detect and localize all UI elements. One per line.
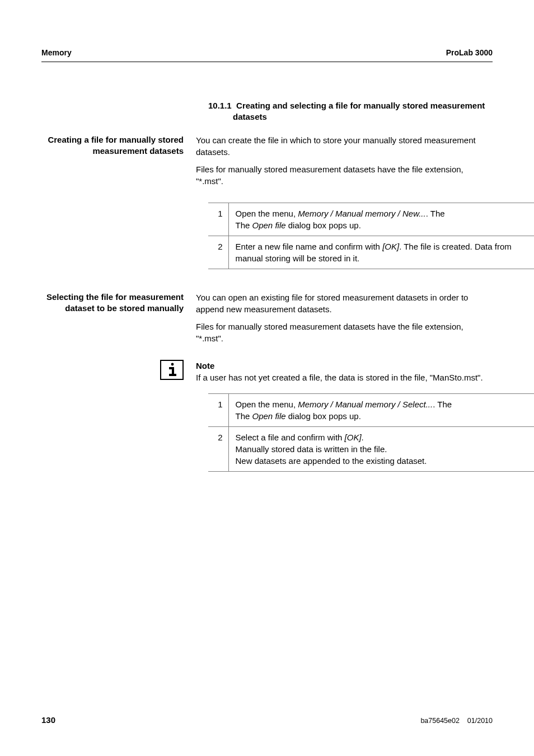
header-left: Memory — [41, 48, 72, 57]
block-selecting-file: Selecting the file for measurement datas… — [41, 292, 493, 350]
step-text: Open the menu, Memory / Manual memory / … — [228, 393, 534, 426]
step-number: 1 — [208, 203, 228, 236]
body-text-creating: You can create the file in which to stor… — [196, 134, 493, 192]
section-number: 10.1.1 — [208, 101, 232, 110]
step-text: Open the menu, Memory / Manual memory / … — [228, 203, 534, 236]
body-text-selecting: You can open an existing file for stored… — [196, 292, 493, 350]
svg-point-0 — [171, 363, 174, 365]
page-header: Memory ProLab 3000 — [41, 48, 493, 62]
table-row: 1 Open the menu, Memory / Manual memory … — [208, 393, 534, 426]
para-selecting-1: You can open an existing file for stored… — [196, 292, 493, 315]
content-area: 10.1.1 Creating and selecting a file for… — [41, 100, 493, 710]
steps-table-selecting: 1 Open the menu, Memory / Manual memory … — [208, 393, 534, 472]
svg-rect-3 — [169, 374, 176, 376]
section-title: Creating and selecting a file for manual… — [233, 101, 485, 121]
para-selecting-2: Files for manually stored measurement da… — [196, 321, 493, 344]
side-label-creating: Creating a file for manually stored meas… — [41, 134, 196, 192]
note-icon-wrap — [41, 360, 196, 383]
section-heading: 10.1.1 Creating and selecting a file for… — [208, 100, 493, 123]
table-row: 2 Select a file and confirm with [OK]. M… — [208, 426, 534, 471]
side-label-selecting: Selecting the file for measurement datas… — [41, 292, 196, 350]
table-row: 2 Enter a new file name and confirm with… — [208, 236, 534, 269]
step-text: Enter a new file name and confirm with [… — [228, 236, 534, 269]
steps-table-creating: 1 Open the menu, Memory / Manual memory … — [208, 203, 534, 269]
page-number: 130 — [41, 715, 55, 725]
step-number: 2 — [208, 426, 228, 471]
step-text: Select a file and confirm with [OK]. Man… — [228, 426, 534, 471]
para-creating-2: Files for manually stored measurement da… — [196, 163, 493, 187]
footer-doc-info: ba75645e02 01/2010 — [420, 717, 493, 725]
block-creating-file: Creating a file for manually stored meas… — [41, 134, 493, 192]
para-creating-1: You can create the file in which to stor… — [196, 134, 493, 158]
step-number: 1 — [208, 393, 228, 426]
note-block: Note If a user has not yet created a fil… — [41, 360, 493, 383]
header-right: ProLab 3000 — [446, 48, 493, 57]
page-footer: 130 ba75645e02 01/2010 — [41, 710, 493, 725]
note-title: Note — [196, 361, 214, 370]
step-number: 2 — [208, 236, 228, 269]
note-body: If a user has not yet created a file, th… — [196, 373, 483, 382]
table-row: 1 Open the menu, Memory / Manual memory … — [208, 203, 534, 236]
note-text: Note If a user has not yet created a fil… — [196, 360, 493, 383]
info-icon — [160, 360, 184, 380]
